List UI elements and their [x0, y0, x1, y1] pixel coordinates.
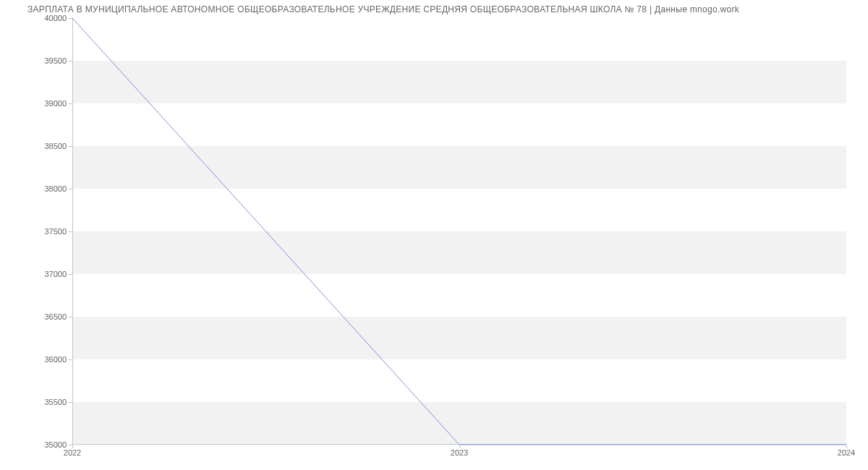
y-tick-label: 39500 — [44, 56, 67, 65]
y-tick-label: 38500 — [44, 142, 67, 150]
y-tick-mark — [69, 103, 72, 104]
x-tick-label: 2022 — [64, 448, 81, 457]
y-tick-label: 38000 — [44, 184, 67, 193]
y-tick-label: 35500 — [44, 398, 67, 406]
y-tick-label: 39000 — [44, 99, 67, 108]
chart-title: ЗАРПЛАТА В МУНИЦИПАЛЬНОЕ АВТОНОМНОЕ ОБЩЕ… — [27, 4, 739, 14]
y-tick-mark — [69, 274, 72, 275]
y-tick-label: 37000 — [44, 270, 67, 278]
chart-line — [72, 18, 846, 445]
y-tick-label: 40000 — [44, 14, 67, 22]
y-tick-label: 36500 — [44, 312, 67, 321]
y-tick-label: 37500 — [44, 227, 67, 236]
x-tick-label: 2024 — [838, 448, 855, 457]
y-tick-mark — [69, 359, 72, 360]
y-tick-mark — [69, 146, 72, 147]
y-tick-mark — [69, 18, 72, 19]
x-tick-label: 2023 — [451, 448, 468, 457]
y-tick-label: 36000 — [44, 355, 67, 364]
y-tick-mark — [69, 402, 72, 403]
y-tick-mark — [69, 231, 72, 232]
y-tick-mark — [69, 189, 72, 189]
y-tick-mark — [69, 61, 72, 61]
y-tick-mark — [69, 317, 72, 317]
plot-area — [72, 18, 846, 445]
